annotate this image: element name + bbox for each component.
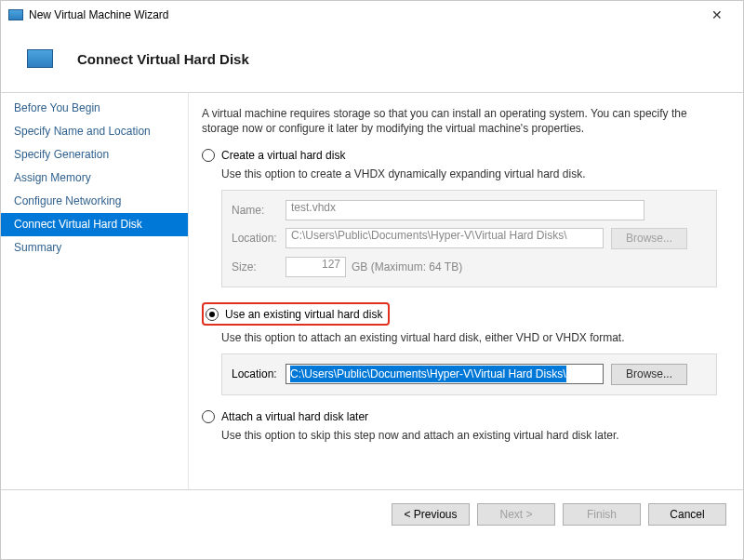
option-existing-desc: Use this option to attach an existing vi… — [221, 331, 717, 346]
option-existing-title: Use an existing virtual hard disk — [225, 308, 382, 321]
sidebar: Before You Begin Specify Name and Locati… — [1, 93, 189, 489]
wizard-icon — [27, 49, 53, 68]
content-panel: A virtual machine requires storage so th… — [189, 93, 743, 489]
next-button[interactable]: Next > — [477, 503, 555, 526]
sidebar-item-configure-networking[interactable]: Configure Networking — [1, 190, 188, 213]
sidebar-item-before-you-begin[interactable]: Before You Begin — [1, 97, 188, 120]
row-size: Size: 127 GB (Maximum: 64 TB) — [232, 257, 707, 277]
option-existing-header[interactable]: Use an existing virtual hard disk — [206, 308, 382, 321]
name-input[interactable]: test.vhdx — [286, 200, 644, 220]
option-later-title: Attach a virtual hard disk later — [221, 410, 368, 423]
option-later: Attach a virtual hard disk later Use thi… — [202, 410, 717, 444]
sidebar-item-specify-name[interactable]: Specify Name and Location — [1, 120, 188, 143]
option-later-desc: Use this option to skip this step now an… — [221, 429, 717, 444]
size-input[interactable]: 127 — [286, 257, 346, 277]
radio-later[interactable] — [202, 410, 215, 423]
row-existing-location: Location: C:\Users\Public\Documents\Hype… — [232, 364, 707, 385]
window-title: New Virtual Machine Wizard — [29, 8, 698, 21]
option-existing: Use an existing virtual hard disk Use th… — [202, 302, 717, 395]
row-location: Location: C:\Users\Public\Documents\Hype… — [232, 228, 707, 249]
name-label: Name: — [232, 204, 286, 217]
radio-existing[interactable] — [206, 308, 219, 321]
option-create-desc: Use this option to create a VHDX dynamic… — [221, 167, 717, 182]
highlight-box: Use an existing virtual hard disk — [202, 302, 390, 326]
main-area: Before You Begin Specify Name and Locati… — [1, 93, 743, 489]
sidebar-item-specify-generation[interactable]: Specify Generation — [1, 143, 188, 167]
browse-button-create[interactable]: Browse... — [611, 228, 687, 249]
browse-button-existing[interactable]: Browse... — [611, 364, 687, 385]
sidebar-item-summary[interactable]: Summary — [1, 236, 188, 260]
location-label: Location: — [232, 232, 286, 245]
titlebar: New Virtual Machine Wizard ✕ — [1, 1, 743, 29]
close-button[interactable]: ✕ — [698, 3, 736, 27]
cancel-button[interactable]: Cancel — [648, 503, 726, 526]
sidebar-item-connect-vhd[interactable]: Connect Virtual Hard Disk — [1, 213, 188, 236]
radio-create[interactable] — [202, 149, 215, 162]
header-section: Connect Virtual Hard Disk — [1, 29, 743, 92]
size-suffix: GB (Maximum: 64 TB) — [352, 260, 462, 273]
page-title: Connect Virtual Hard Disk — [77, 51, 249, 67]
existing-location-label: Location: — [232, 367, 286, 380]
location-input[interactable]: C:\Users\Public\Documents\Hyper-V\Virtua… — [286, 228, 604, 248]
previous-button[interactable]: < Previous — [392, 503, 470, 526]
footer: < Previous Next > Finish Cancel — [1, 489, 743, 539]
existing-form-panel: Location: C:\Users\Public\Documents\Hype… — [221, 353, 717, 395]
intro-text: A virtual machine requires storage so th… — [202, 106, 717, 136]
finish-button[interactable]: Finish — [563, 503, 641, 526]
create-form-panel: Name: test.vhdx Location: C:\Users\Publi… — [221, 190, 717, 287]
option-create-title: Create a virtual hard disk — [221, 149, 345, 162]
sidebar-item-assign-memory[interactable]: Assign Memory — [1, 167, 188, 190]
option-create: Create a virtual hard disk Use this opti… — [202, 149, 717, 287]
row-name: Name: test.vhdx — [232, 200, 707, 220]
app-icon — [8, 9, 23, 20]
size-label: Size: — [232, 260, 286, 273]
existing-location-input[interactable]: C:\Users\Public\Documents\Hyper-V\Virtua… — [286, 364, 604, 384]
option-create-header[interactable]: Create a virtual hard disk — [202, 149, 717, 162]
existing-location-value: C:\Users\Public\Documents\Hyper-V\Virtua… — [290, 366, 566, 382]
option-later-header[interactable]: Attach a virtual hard disk later — [202, 410, 717, 423]
